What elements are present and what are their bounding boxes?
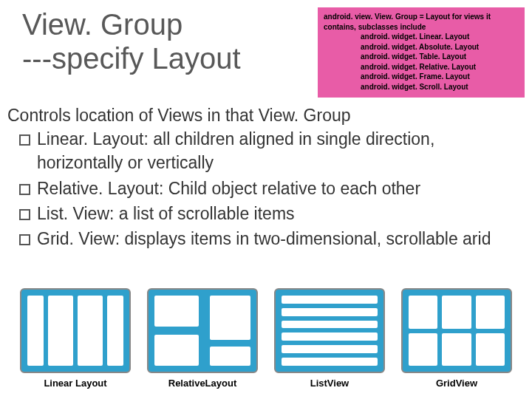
header-row: View. Group ---specify Layout android. v…: [0, 0, 532, 98]
layout-block: [210, 296, 250, 340]
diagram-relative: RelativeLayout: [147, 288, 258, 389]
layout-block: [476, 333, 505, 366]
layout-block: [282, 308, 378, 316]
layout-block: [442, 333, 471, 366]
diagram-grid: GridView: [401, 288, 512, 389]
title-line-2: ---specify Layout: [22, 42, 241, 75]
layout-block: [409, 333, 437, 366]
callout-item: android. widget. Linear. Layout: [324, 32, 519, 42]
layout-block: [210, 347, 250, 366]
diagram-caption: GridView: [436, 378, 477, 389]
callout-item: android. widget. Relative. Layout: [324, 62, 519, 72]
list-item: Relative. Layout: Child object relative …: [19, 177, 525, 200]
layout-block: [282, 332, 378, 341]
list-view-icon: [274, 288, 385, 373]
slide-title: View. Group ---specify Layout: [22, 7, 318, 75]
info-callout: android. view. View. Group = Layout for …: [318, 7, 525, 98]
layout-block: [48, 296, 73, 366]
intro-text: Controls location of Views in that View.…: [7, 103, 525, 127]
callout-item: android. widget. Frame. Layout: [324, 72, 519, 82]
layout-block: [27, 296, 44, 366]
list-item: List. View: a list of scrollable items: [19, 202, 525, 225]
layout-block: [154, 335, 199, 366]
list-item: Linear. Layout: all children aligned in …: [19, 127, 525, 174]
layout-block: [282, 358, 378, 366]
layout-block: [442, 296, 471, 329]
diagram-caption: RelativeLayout: [168, 378, 236, 389]
grid-view-icon: [401, 288, 512, 373]
layout-block: [409, 296, 437, 329]
linear-layout-icon: [20, 288, 131, 373]
layout-block: [78, 296, 103, 366]
relative-layout-icon: [147, 288, 258, 373]
layout-block: [154, 296, 199, 327]
layout-block: [107, 296, 123, 366]
layout-block: [476, 296, 505, 329]
diagram-caption: ListView: [310, 378, 349, 389]
list-item: Grid. View: displays items in two-dimens…: [19, 227, 525, 250]
diagram-linear: Linear Layout: [20, 288, 131, 389]
diagram-list: ListView: [274, 288, 385, 389]
callout-item: android. widget. Absolute. Layout: [324, 42, 519, 52]
body-content: Controls location of Views in that View.…: [0, 98, 532, 250]
title-line-1: View. Group: [22, 8, 183, 41]
diagram-row: Linear Layout RelativeLayout ListView: [0, 288, 532, 389]
callout-heading: android. view. View. Group = Layout for …: [324, 12, 519, 32]
layout-block: [282, 296, 378, 304]
callout-item: android. widget. Scroll. Layout: [324, 82, 519, 92]
diagram-caption: Linear Layout: [44, 378, 106, 389]
callout-item: android. widget. Table. Layout: [324, 52, 519, 62]
bullet-list: Linear. Layout: all children aligned in …: [7, 127, 525, 250]
layout-block: [282, 345, 378, 353]
layout-block: [282, 321, 378, 329]
